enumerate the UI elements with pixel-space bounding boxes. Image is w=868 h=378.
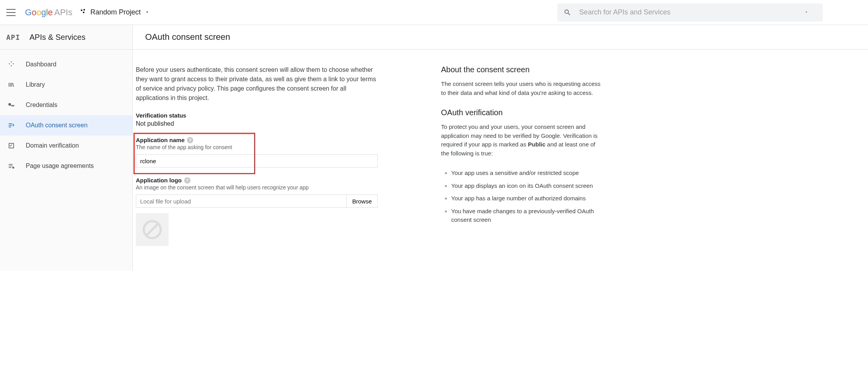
svg-line-4 bbox=[146, 224, 158, 235]
section-title: APIs & Services bbox=[30, 33, 85, 42]
library-icon bbox=[7, 80, 16, 89]
sidebar-item-oauth-consent[interactable]: OAuth consent screen bbox=[0, 115, 132, 136]
key-icon bbox=[7, 101, 16, 109]
verification-status-value: Not published bbox=[136, 120, 406, 127]
svg-point-1 bbox=[84, 9, 85, 11]
app-name-input[interactable] bbox=[136, 154, 378, 168]
google-apis-logo[interactable]: Google APIs bbox=[25, 7, 72, 18]
oauth-verification-title: OAuth verification bbox=[441, 108, 605, 117]
app-name-label: Application name bbox=[136, 137, 185, 143]
sidebar-item-library[interactable]: Library bbox=[0, 75, 132, 95]
page-title: OAuth consent screen bbox=[133, 25, 868, 49]
sidebar-item-page-usage-agreements[interactable]: Page usage agreements bbox=[0, 156, 132, 176]
check-icon bbox=[7, 141, 16, 150]
help-icon[interactable]: ? bbox=[187, 137, 193, 143]
svg-point-0 bbox=[81, 9, 82, 11]
about-consent-body: The consent screen tells your users who … bbox=[441, 80, 605, 97]
app-logo-label: Application logo bbox=[136, 177, 182, 184]
about-consent-title: About the consent screen bbox=[441, 65, 605, 74]
sidebar-item-label: Credentials bbox=[26, 102, 57, 109]
oauth-bullet: Your app has a large number of authorize… bbox=[451, 194, 605, 203]
sidebar-item-label: Dashboard bbox=[26, 61, 56, 68]
consent-icon bbox=[7, 121, 16, 130]
search-box[interactable]: Search for APIs and Services bbox=[557, 4, 823, 21]
sidebar-item-credentials[interactable]: Credentials bbox=[0, 95, 132, 115]
caret-down-icon bbox=[145, 8, 149, 16]
oauth-bullet: Your app uses a sensitive and/or restric… bbox=[451, 169, 605, 178]
sidebar: Dashboard Library Credentials OAuth cons… bbox=[0, 50, 133, 271]
oauth-bullet: Your app displays an icon on its OAuth c… bbox=[451, 182, 605, 191]
sidebar-item-label: OAuth consent screen bbox=[26, 122, 87, 129]
api-logo: API bbox=[6, 33, 20, 41]
intro-text: Before your users authenticate, this con… bbox=[136, 65, 378, 103]
sidebar-item-label: Page usage agreements bbox=[26, 162, 94, 169]
app-logo-help: An image on the consent screen that will… bbox=[136, 184, 406, 191]
help-icon[interactable]: ? bbox=[184, 177, 190, 184]
search-icon bbox=[564, 9, 571, 16]
apis-label: APIs bbox=[54, 7, 72, 18]
search-dropdown-icon[interactable] bbox=[804, 9, 816, 16]
sidebar-item-domain-verification[interactable]: Domain verification bbox=[0, 136, 132, 156]
agreements-icon bbox=[7, 162, 16, 170]
svg-point-2 bbox=[83, 12, 85, 13]
search-placeholder: Search for APIs and Services bbox=[579, 8, 804, 16]
sidebar-item-dashboard[interactable]: Dashboard bbox=[0, 54, 132, 75]
logo-preview-placeholder bbox=[136, 213, 169, 246]
app-name-help: The name of the app asking for consent bbox=[136, 144, 406, 150]
dashboard-icon bbox=[7, 60, 16, 69]
oauth-verification-body: To protect you and your users, your cons… bbox=[441, 123, 605, 158]
verification-status-label: Verification status bbox=[136, 112, 406, 119]
menu-icon[interactable] bbox=[6, 8, 16, 17]
project-name: Random Project bbox=[90, 8, 141, 16]
sidebar-item-label: Domain verification bbox=[26, 142, 79, 149]
browse-button[interactable]: Browse bbox=[347, 194, 378, 208]
project-switcher[interactable]: Random Project bbox=[80, 8, 149, 16]
sidebar-item-label: Library bbox=[26, 81, 45, 88]
app-logo-file-input[interactable] bbox=[136, 194, 347, 208]
oauth-bullet: You have made changes to a previously-ve… bbox=[451, 207, 605, 225]
project-icon bbox=[80, 8, 86, 16]
no-image-icon bbox=[142, 219, 162, 240]
